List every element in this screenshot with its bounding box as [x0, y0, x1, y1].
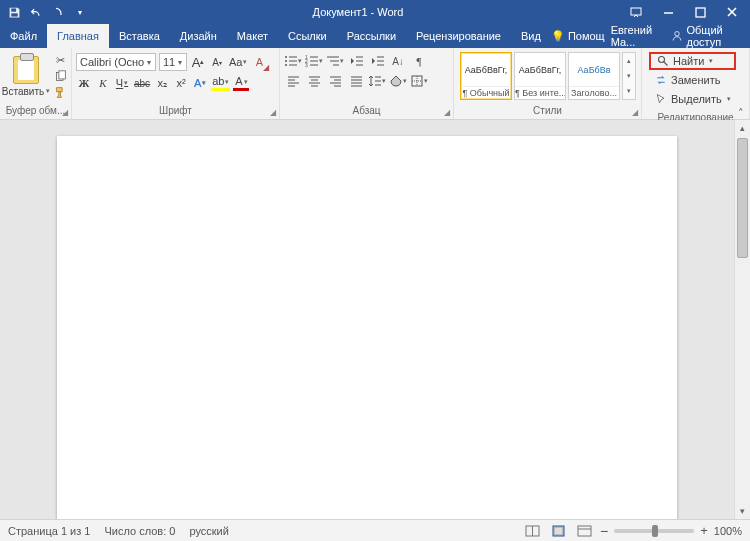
web-layout-icon[interactable] [574, 523, 594, 539]
dialog-launcher-icon[interactable]: ◢ [270, 108, 276, 117]
select-button[interactable]: Выделить ▾ [649, 90, 736, 108]
clear-formatting-button[interactable]: A◢ [251, 54, 267, 70]
highlight-button[interactable]: ab▾ [211, 75, 230, 91]
find-label: Найти [673, 55, 704, 67]
zoom-level[interactable]: 100% [714, 525, 742, 537]
style-heading1[interactable]: АаБбВв Заголово... [568, 52, 620, 100]
align-left-button[interactable] [284, 73, 302, 89]
save-icon[interactable] [6, 4, 22, 20]
shading-button[interactable]: ▾ [389, 73, 407, 89]
redo-icon[interactable] [50, 4, 66, 20]
sort-button[interactable]: A↓ [389, 53, 407, 69]
justify-button[interactable] [347, 73, 365, 89]
dialog-launcher-icon[interactable]: ◢ [632, 108, 638, 117]
tab-file[interactable]: Файл [0, 24, 47, 48]
zoom-out-button[interactable]: − [600, 523, 608, 539]
superscript-button[interactable]: x² [173, 75, 189, 91]
dialog-launcher-icon[interactable]: ◢ [444, 108, 450, 117]
cut-icon[interactable]: ✂ [52, 53, 68, 67]
paste-button[interactable]: Вставить▾ [4, 50, 48, 102]
signed-in-user[interactable]: Евгений Ма... [611, 24, 666, 48]
zoom-in-button[interactable]: + [700, 523, 708, 538]
scroll-down-icon[interactable]: ▾ [735, 503, 750, 519]
page-indicator[interactable]: Страница 1 из 1 [8, 525, 90, 537]
ribbon-options-icon[interactable] [622, 2, 650, 22]
font-color-label: A [235, 76, 242, 87]
tab-view[interactable]: Вид [511, 24, 551, 48]
scroll-up-icon[interactable]: ▴ [735, 120, 750, 136]
svg-point-12 [285, 64, 287, 66]
strikethrough-button[interactable]: abc [133, 75, 151, 91]
clear-label: A [256, 56, 263, 68]
window-controls [622, 2, 750, 22]
scroll-thumb[interactable] [737, 138, 748, 258]
document-page[interactable] [57, 136, 677, 519]
read-mode-icon[interactable] [522, 523, 542, 539]
share-icon [671, 30, 683, 42]
dialog-launcher-icon[interactable]: ◢ [62, 108, 68, 117]
show-marks-button[interactable]: ¶ [410, 53, 428, 69]
minimize-button[interactable] [654, 2, 682, 22]
font-color-button[interactable]: A▾ [233, 75, 249, 91]
collapse-ribbon-icon[interactable]: ˄ [734, 107, 748, 120]
text-effects-button[interactable]: A▾ [192, 75, 208, 91]
scroll-track[interactable] [735, 260, 750, 503]
style-name-label: Заголово... [569, 86, 619, 99]
chevron-down-icon: ▾ [46, 87, 50, 95]
tell-me[interactable]: 💡 Помощ [551, 30, 605, 43]
tab-references[interactable]: Ссылки [278, 24, 337, 48]
copy-icon[interactable] [52, 69, 68, 83]
bullets-button[interactable]: ▾ [284, 53, 302, 69]
undo-icon[interactable] [28, 4, 44, 20]
find-button[interactable]: Найти ▾ [649, 52, 736, 70]
share-button[interactable]: Общий доступ [671, 24, 742, 48]
zoom-knob[interactable] [652, 525, 658, 537]
align-center-button[interactable] [305, 73, 323, 89]
subscript-button[interactable]: x₂ [154, 75, 170, 91]
print-layout-icon[interactable] [548, 523, 568, 539]
styles-group-label: Стили [533, 105, 562, 116]
align-right-button[interactable] [326, 73, 344, 89]
italic-button[interactable]: К [95, 75, 111, 91]
tab-layout[interactable]: Макет [227, 24, 278, 48]
replace-button[interactable]: Заменить [649, 71, 736, 89]
tab-home[interactable]: Главная [47, 24, 109, 48]
underline-button[interactable]: Ч▾ [114, 75, 130, 91]
svg-point-51 [658, 57, 664, 63]
tab-design[interactable]: Дизайн [170, 24, 227, 48]
tab-mailings[interactable]: Рассылки [337, 24, 406, 48]
styles-gallery-more[interactable]: ▴ ▾ ▾ [622, 52, 636, 100]
qat-customize-icon[interactable]: ▾ [72, 4, 88, 20]
group-font: Calibri (Осно▾ 11▾ A▴ A▾ Aa▾ A◢ Ж К Ч▾ a… [72, 48, 280, 119]
group-styles: АаБбВвГг, ¶ Обычный АаБбВвГг, ¶ Без инте… [454, 48, 642, 119]
close-button[interactable] [718, 2, 746, 22]
change-case-button[interactable]: Aa▾ [228, 54, 248, 70]
zoom-slider[interactable] [614, 529, 694, 533]
borders-button[interactable]: ▾ [410, 73, 428, 89]
line-spacing-button[interactable]: ▾ [368, 73, 386, 89]
multilevel-list-button[interactable]: ▾ [326, 53, 344, 69]
format-painter-icon[interactable] [52, 85, 68, 99]
lightbulb-icon: 💡 [551, 30, 565, 43]
tab-review[interactable]: Рецензирование [406, 24, 511, 48]
replace-icon [654, 74, 667, 87]
svg-text:3: 3 [305, 62, 308, 67]
svg-line-52 [663, 62, 667, 66]
group-paragraph: ▾ 123▾ ▾ A↓ ¶ ▾ ▾ ▾ Абзац◢ [280, 48, 454, 119]
language-indicator[interactable]: русский [189, 525, 228, 537]
font-size-combo[interactable]: 11▾ [159, 53, 187, 71]
title-bar: ▾ Документ1 - Word [0, 0, 750, 24]
shrink-font-button[interactable]: A▾ [209, 54, 225, 70]
increase-indent-button[interactable] [368, 53, 386, 69]
style-normal[interactable]: АаБбВвГг, ¶ Обычный [460, 52, 512, 100]
bold-button[interactable]: Ж [76, 75, 92, 91]
grow-font-button[interactable]: A▴ [190, 54, 206, 70]
decrease-indent-button[interactable] [347, 53, 365, 69]
style-no-spacing[interactable]: АаБбВвГг, ¶ Без инте... [514, 52, 566, 100]
maximize-button[interactable] [686, 2, 714, 22]
tab-insert[interactable]: Вставка [109, 24, 170, 48]
numbering-button[interactable]: 123▾ [305, 53, 323, 69]
word-count[interactable]: Число слов: 0 [104, 525, 175, 537]
vertical-scrollbar[interactable]: ▴ ▾ [734, 120, 750, 519]
font-name-combo[interactable]: Calibri (Осно▾ [76, 53, 156, 71]
